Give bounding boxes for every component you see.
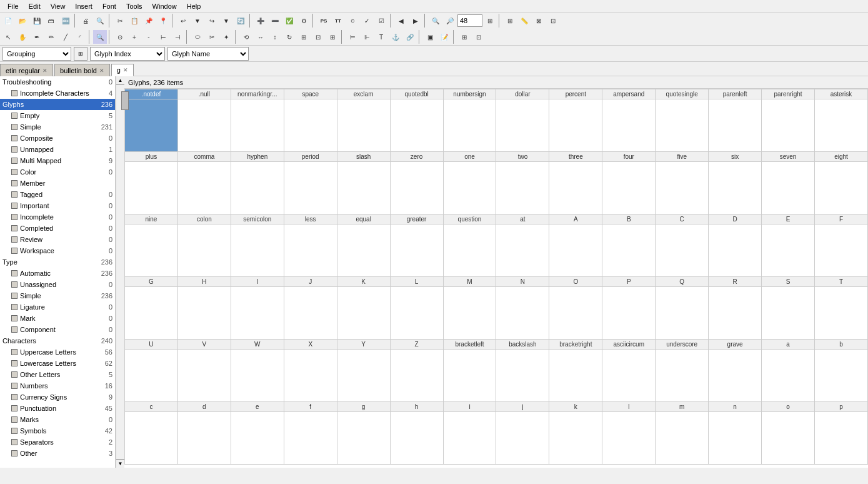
glyph-cell[interactable] <box>177 287 231 340</box>
inst-btn[interactable]: ✓ <box>360 14 374 28</box>
sidebar-item-21[interactable]: Mark0 <box>0 313 115 324</box>
sidebar-item-1[interactable]: Incomplete Characters4 <box>0 88 115 99</box>
glyph-cell[interactable] <box>337 412 390 465</box>
glyph-cell[interactable] <box>443 287 496 340</box>
sidebar-item-26[interactable]: Other Letters5 <box>0 369 115 380</box>
menu-window[interactable]: Window <box>147 1 182 11</box>
glyph-cell[interactable] <box>602 287 656 340</box>
glyph-cell[interactable] <box>443 99 496 152</box>
glyph-cell[interactable] <box>549 99 602 152</box>
print-btn[interactable]: 🖨 <box>79 14 92 28</box>
zoom-btn2[interactable]: 🔎 <box>443 14 457 28</box>
glyph-cell[interactable] <box>125 350 178 402</box>
sidebar-item-27[interactable]: Numbers16 <box>0 380 115 391</box>
sidebar-item-28[interactable]: Currency Signs9 <box>0 391 115 403</box>
sel-all-btn[interactable]: ⊙ <box>113 30 127 44</box>
glyph-cell[interactable] <box>602 99 656 152</box>
tt-btn[interactable]: TT <box>331 14 345 28</box>
sidebar-item-10[interactable]: Tagged0 <box>0 189 115 200</box>
paste-special-btn[interactable]: 📍 <box>156 14 170 28</box>
menu-edit[interactable]: Edit <box>24 1 46 11</box>
glyph-view-btn[interactable]: 🔍 <box>93 30 107 44</box>
tab-close-g[interactable]: ✕ <box>123 67 128 73</box>
glyph-cell[interactable] <box>496 287 549 340</box>
glyph-cell[interactable] <box>231 224 284 277</box>
sidebar-item-0[interactable]: Troubleshooting0 <box>0 76 115 88</box>
paste-btn[interactable]: 📌 <box>142 14 156 28</box>
grid-btn[interactable]: ⊞ <box>503 14 517 28</box>
glyph-cell[interactable] <box>814 350 867 402</box>
add-glyph-btn[interactable]: + <box>127 30 141 44</box>
glyph-cell[interactable] <box>337 99 390 152</box>
glyph-cell[interactable] <box>125 287 178 340</box>
glyph-cell[interactable] <box>125 162 178 214</box>
flip-h-btn[interactable]: ↔ <box>254 30 267 44</box>
round-btn[interactable]: ⬭ <box>191 30 204 44</box>
glyph-cell[interactable] <box>549 162 602 214</box>
link-btn[interactable]: 🔗 <box>403 30 417 44</box>
open-btn[interactable]: 📂 <box>16 14 29 28</box>
glyph-cell[interactable] <box>231 99 284 152</box>
glyph-cell[interactable] <box>814 162 867 214</box>
compile-btn[interactable]: ⚙ <box>297 14 311 28</box>
sidebar-item-30[interactable]: Marks0 <box>0 414 115 425</box>
glyph-cell[interactable] <box>177 412 231 465</box>
undo-drop-btn[interactable]: ▼ <box>191 14 204 28</box>
tab-bulletin-bold[interactable]: bulletin bold ✕ <box>54 64 110 76</box>
check-btn[interactable]: ✅ <box>282 14 296 28</box>
flip-v-btn[interactable]: ↕ <box>268 30 282 44</box>
scroll-up-btn[interactable]: ▲ <box>116 76 125 85</box>
glyph-cell[interactable] <box>709 162 762 214</box>
tab-etin-regular[interactable]: etin regular ✕ <box>0 64 53 76</box>
glyph-cell[interactable] <box>496 350 549 402</box>
glyph-cell[interactable] <box>496 224 549 277</box>
glyph-cell[interactable] <box>762 224 815 277</box>
sidebar-item-32[interactable]: Separators2 <box>0 436 115 448</box>
sidebar-item-4[interactable]: Simple231 <box>0 121 115 133</box>
glyph-cell[interactable] <box>231 287 284 340</box>
glyph-cell[interactable] <box>709 224 762 277</box>
glyph-cell[interactable] <box>549 412 602 465</box>
glyph-cell[interactable] <box>177 224 231 277</box>
glyph-cell[interactable] <box>814 412 867 465</box>
sidebar-item-29[interactable]: Punctuation45 <box>0 403 115 414</box>
glyph-cell[interactable] <box>443 162 496 214</box>
glyph-cell[interactable] <box>337 350 390 402</box>
sidebar-item-33[interactable]: Other3 <box>0 448 115 459</box>
glyph-name-select[interactable]: Glyph Name <box>167 47 249 61</box>
transform-btn[interactable]: ⟲ <box>239 30 253 44</box>
glyph-cell[interactable] <box>337 287 390 340</box>
menu-file[interactable]: File <box>2 1 24 11</box>
sidebar-item-6[interactable]: Unmapped1 <box>0 144 115 155</box>
glyph-cell[interactable] <box>602 162 656 214</box>
undo-btn[interactable]: ↩ <box>176 14 190 28</box>
cut-btn[interactable]: ✂ <box>113 14 127 28</box>
glyph-cell[interactable] <box>656 287 709 340</box>
redo-drop-btn[interactable]: ▼ <box>219 14 233 28</box>
glyph-cell[interactable] <box>284 99 337 152</box>
sidebar-item-25[interactable]: Lowercase Letters62 <box>0 358 115 369</box>
glyph-cell[interactable] <box>762 99 815 152</box>
glyph-cell[interactable] <box>602 224 656 277</box>
text-tool-btn[interactable]: T <box>374 30 388 44</box>
font-btn[interactable]: 🔤 <box>59 14 72 28</box>
glyph-cell[interactable] <box>125 224 178 277</box>
glyph-cell[interactable] <box>177 162 231 214</box>
anchor-btn[interactable]: ⚓ <box>389 30 402 44</box>
glyph-cell[interactable] <box>549 224 602 277</box>
glyph-cell[interactable] <box>231 162 284 214</box>
filter-btn1[interactable]: ⊞ <box>74 47 87 61</box>
glyph-cell[interactable] <box>709 350 762 402</box>
glyph-cell[interactable] <box>709 99 762 152</box>
zoom-input[interactable] <box>457 14 482 27</box>
glyph-cell[interactable] <box>656 412 709 465</box>
sidebar-item-18[interactable]: Unassigned0 <box>0 279 115 290</box>
glyph-grid-container[interactable]: .notdef.nullnonmarkingr...spaceexclamquo… <box>124 89 868 468</box>
sidebar-item-3[interactable]: Empty5 <box>0 110 115 121</box>
find-btn[interactable]: 🔍 <box>93 14 107 28</box>
scale-btn[interactable]: ⊞ <box>297 30 311 44</box>
glyph-cell[interactable] <box>443 350 496 402</box>
menu-insert[interactable]: Insert <box>70 1 97 11</box>
copy-btn[interactable]: 📋 <box>127 14 141 28</box>
glyph-cell[interactable] <box>390 287 443 340</box>
